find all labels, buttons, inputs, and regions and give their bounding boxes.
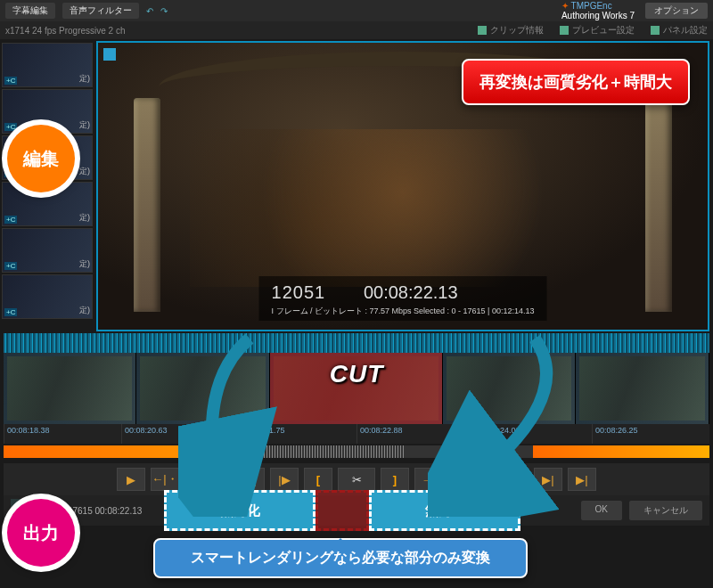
warning-banner: 再変換は画質劣化＋時間大	[462, 59, 690, 105]
play-button[interactable]: ▶	[117, 468, 145, 491]
edit-stage-badge: 編集	[7, 125, 75, 192]
sidebar-thumb[interactable]: 定)	[2, 43, 93, 87]
frame-number: 12051	[272, 280, 326, 305]
timeline-clip[interactable]	[576, 353, 709, 424]
ruler-tick: 00:08:18.38	[4, 424, 121, 444]
thumb-label: 定)	[79, 305, 90, 316]
timeline-clip[interactable]	[136, 353, 269, 424]
output-stage-badge: 出力	[7, 499, 75, 567]
audio-waveform[interactable]	[4, 333, 709, 353]
info-icon: ​	[478, 26, 487, 35]
next-clip-button[interactable]: ▶|	[534, 468, 562, 491]
brand-label: ✦ TMPGEnc Authoring Works 7	[561, 1, 635, 20]
sliders-icon: ​	[651, 26, 660, 35]
ruler-tick: 00:08:20.63	[121, 424, 239, 444]
subtitle-edit-button[interactable]: 字幕編集	[5, 3, 55, 19]
gear-icon: ​	[560, 26, 569, 35]
ruler-tick: 00:08:22.88	[356, 424, 474, 444]
prev-clip-button[interactable]: |◀	[500, 468, 529, 491]
jump-in-button[interactable]: →[	[414, 468, 443, 491]
thumb-label: 定)	[79, 212, 90, 224]
sidebar-thumb[interactable]: 定)	[2, 274, 93, 319]
mark-out-button[interactable]: ]	[381, 468, 409, 491]
skip-back-button[interactable]: ←|・	[151, 468, 179, 491]
undo-icon[interactable]: ↶	[146, 6, 153, 16]
filmstrip[interactable]: CUT	[4, 353, 709, 424]
preview-settings-button[interactable]: ​ プレビュー設定	[560, 24, 635, 37]
timeline-clip-cut[interactable]	[270, 353, 443, 424]
time-ruler[interactable]: 00:08:18.3800:08:20.6300:08:21.7500:08:2…	[4, 424, 709, 444]
panel-settings-button[interactable]: ​ パネル設定	[651, 24, 708, 37]
redo-icon[interactable]: ↷	[160, 6, 168, 16]
clip-info-button[interactable]: ​ クリップ情報	[478, 24, 544, 37]
top-bar: 字幕編集 音声フィルター ↶ ↷ ✦ TMPGEnc Authoring Wor…	[0, 0, 713, 21]
timecode: 00:08:22.13	[364, 280, 458, 305]
ruler-tick: 00:08:26.25	[592, 424, 709, 444]
thumb-label: 定)	[79, 73, 90, 85]
bitrate-info: I フレーム / ビットレート : 77.57 Mbps Selected : …	[272, 306, 535, 315]
thumb-label: 定)	[79, 119, 90, 131]
lossless-diagram: 無劣化 無劣化	[164, 490, 520, 531]
frame-fwd-button[interactable]: |▶	[270, 468, 299, 491]
thumb-label: 定)	[79, 258, 90, 270]
jump-out-button[interactable]: ]→	[448, 468, 477, 491]
ok-button[interactable]: OK	[581, 501, 622, 520]
progress-bar[interactable]	[4, 445, 709, 458]
frame-back-button[interactable]: ◀|	[236, 468, 265, 491]
thumb-label: 定)	[79, 166, 90, 177]
lossless-segment-right: 無劣化	[369, 490, 520, 531]
marker-flag-icon[interactable]	[103, 48, 116, 61]
ruler-tick: 00:08:21.75	[239, 424, 356, 444]
mark-in-button[interactable]: [	[304, 468, 332, 491]
progress-cut-zone	[250, 445, 406, 458]
clip-format-label: x1714 24 fps Progressive 2 ch	[5, 26, 126, 36]
scene-debris	[190, 129, 617, 287]
timeline-clip[interactable]	[443, 353, 576, 424]
end-button[interactable]: ▶|	[568, 468, 596, 491]
timeline-clip[interactable]	[4, 353, 136, 424]
lossless-segment-left: 無劣化	[164, 490, 316, 531]
ruler-tick: 00:08:24.00	[474, 424, 592, 444]
sidebar-thumb[interactable]: 定)	[2, 228, 93, 273]
cut-button[interactable]: ✂	[338, 468, 375, 491]
cancel-button[interactable]: キャンセル	[629, 501, 702, 520]
preview-info-panel: 12051 00:08:22.13 I フレーム / ビットレート : 77.5…	[259, 276, 547, 321]
audio-filter-button[interactable]: 音声フィルター	[62, 3, 139, 19]
progress-fill-right	[533, 445, 709, 458]
skip-fwd-button[interactable]: ・|→	[184, 468, 213, 491]
smart-rendering-banner: スマートレンダリングなら必要な部分のみ変換	[153, 538, 528, 578]
reencode-segment	[316, 490, 369, 531]
option-button[interactable]: オプション	[645, 3, 708, 19]
info-bar: x1714 24 fps Progressive 2 ch ​ クリップ情報 ​…	[0, 21, 713, 39]
scene-pillar-left	[134, 61, 160, 312]
